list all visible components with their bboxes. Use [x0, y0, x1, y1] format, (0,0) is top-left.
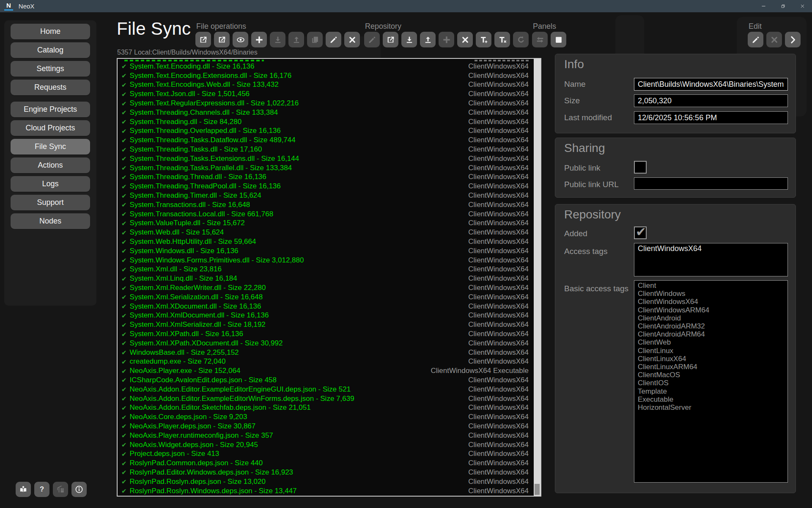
sidebar-item-actions[interactable]: Actions	[11, 157, 90, 173]
sidebar-item-file-sync[interactable]: File Sync	[11, 139, 90, 155]
info-button[interactable]	[71, 482, 87, 497]
file-row[interactable]: ✔WindowsBase.dll - Size 2,255,152ClientW…	[118, 348, 533, 357]
file-row[interactable]: ✔RoslynPad.Roslyn.deps.json - Size 13,02…	[118, 477, 533, 486]
sidebar-item-nodes[interactable]: Nodes	[11, 213, 90, 229]
file-row[interactable]: ✔NeoAxis.Widget.deps.json - Size 20,945C…	[118, 440, 533, 450]
eye-button[interactable]	[233, 32, 248, 47]
file-row[interactable]: ✔System.Xml.Linq.dll - Size 16,184Client…	[118, 274, 533, 283]
file-row[interactable]: ✔NeoAxis.Player.exe - Size 152,064Client…	[118, 366, 533, 375]
file-row[interactable]: ✔System.Threading.ThreadPool.dll - Size …	[118, 182, 533, 191]
pencil-button[interactable]	[748, 32, 763, 47]
file-name: NeoAxis.Player.deps.json - Size 30,867	[130, 422, 256, 431]
open-external-alt-button[interactable]	[214, 32, 230, 47]
sidebar-item-support[interactable]: Support	[11, 195, 90, 210]
public-link-url-input[interactable]	[634, 177, 788, 190]
upload-button[interactable]	[420, 32, 436, 47]
file-row[interactable]: ✔RoslynPad.Editor.Windows.deps.json - Si…	[118, 468, 533, 477]
file-name: Project.deps.json - Size 413	[130, 450, 219, 458]
file-row[interactable]: ✔NeoAxis.Player.runtimeconfig.json - Siz…	[118, 431, 533, 440]
file-row[interactable]: ✔System.Threading.Timer.dll - Size 15,62…	[118, 191, 533, 200]
file-row[interactable]: ✔System.Text.Json.dll - Size 1,501,456Cl…	[118, 89, 533, 99]
file-row[interactable]: ✔NeoAxis.Addon.Editor.Sketchfab.deps.jso…	[118, 403, 533, 412]
file-access-tag: ClientWindowsX64	[468, 468, 529, 477]
check-icon: ✔	[121, 248, 127, 254]
file-row[interactable]: ✔System.Xml.XmlSerializer.dll - Size 18,…	[118, 320, 533, 329]
book-reader-button[interactable]	[16, 482, 31, 497]
file-row[interactable]: ✔Project.deps.json - Size 413ClientWindo…	[118, 449, 533, 458]
file-row[interactable]: ✔System.Text.Encoding.dll - Size 16,136C…	[118, 62, 533, 71]
file-row[interactable]: ✔System.Xml.XPath.dll - Size 16,136Clien…	[118, 329, 533, 339]
file-row[interactable]: ✔System.Web.dll - Size 15,624ClientWindo…	[118, 228, 533, 237]
file-row[interactable]: ✔ICSharpCode.AvalonEdit.deps.json - Size…	[118, 375, 533, 385]
file-row[interactable]: ✔System.Xml.ReaderWriter.dll - Size 22,2…	[118, 283, 533, 293]
file-row[interactable]: ✔NeoAxis.Player.deps.json - Size 30,867C…	[118, 422, 533, 431]
last-modified-input[interactable]	[634, 111, 788, 124]
name-input[interactable]	[634, 78, 788, 91]
file-row[interactable]: ✔RoslynPad.Common.deps.json - Size 440Cl…	[118, 458, 533, 468]
sidebar-item-settings[interactable]: Settings	[11, 61, 90, 77]
file-row[interactable]: ✔RoslynPad.Roslyn.Windows.deps.json - Si…	[118, 486, 533, 496]
access-tags-field[interactable]: ClientWindowsX64	[634, 243, 788, 276]
file-row[interactable]: ✔NeoAxis.Core.deps.json - Size 9,203Clie…	[118, 412, 533, 422]
close-button[interactable]	[793, 0, 812, 12]
check-icon: ✔	[121, 414, 127, 420]
file-row[interactable]: ✔NeoAxis.Addon.Editor.ExampleEditorEngin…	[118, 385, 533, 394]
file-row[interactable]: ✔System.Text.RegularExpressions.dll - Si…	[118, 99, 533, 108]
x-button[interactable]	[457, 32, 473, 47]
file-row[interactable]: ✔System.Xml.XPath.XDocument.dll - Size 3…	[118, 339, 533, 348]
file-name: System.Windows.Forms.Primitives.dll - Si…	[130, 256, 304, 265]
x-button[interactable]	[344, 32, 360, 47]
file-row[interactable]: ✔System.Xml.Serialization.dll - Size 16,…	[118, 293, 533, 302]
file-row[interactable]: ✔System.Xml.XmlDocument.dll - Size 16,13…	[118, 311, 533, 320]
sidebar-item-cloud-projects[interactable]: Cloud Projects	[11, 120, 90, 136]
file-list-scrollbar[interactable]	[534, 59, 540, 496]
chevron-right-button[interactable]	[785, 32, 801, 47]
file-row[interactable]: ✔System.Threading.Channels.dll - Size 13…	[118, 108, 533, 117]
crane-button[interactable]	[53, 482, 68, 497]
basic-access-tags-label: Basic access tags	[564, 284, 628, 293]
file-row[interactable]: ✔System.Transactions.dll - Size 16,648Cl…	[118, 200, 533, 210]
file-row[interactable]: ✔createdump.exe - Size 72,040ClientWindo…	[118, 357, 533, 367]
t-x-button[interactable]	[494, 32, 510, 47]
square-button[interactable]	[551, 32, 566, 47]
file-row[interactable]: ✔System.Threading.Tasks.dll - Size 17,16…	[118, 145, 533, 154]
sidebar-item-engine-projects[interactable]: Engine Projects	[11, 102, 90, 117]
basic-access-tags-list[interactable]: ClientClientWindowsClientWindowsX64Clien…	[634, 280, 788, 483]
file-row[interactable]: ✔System.Xml.XDocument.dll - Size 16,136C…	[118, 302, 533, 311]
sidebar-item-logs[interactable]: Logs	[11, 176, 90, 192]
sidebar-item-catalog[interactable]: Catalog	[11, 42, 90, 58]
pencil-button[interactable]	[326, 32, 341, 47]
download-button[interactable]	[401, 32, 417, 47]
file-row[interactable]: ✔NeoAxis.Addon.Editor.ExampleEditorWinFo…	[118, 394, 533, 403]
minimize-button[interactable]	[754, 0, 773, 12]
restore-button[interactable]	[773, 0, 793, 12]
sidebar-item-home[interactable]: Home	[11, 24, 90, 39]
sidebar-item-requests[interactable]: Requests	[11, 80, 90, 95]
open-external-button[interactable]	[195, 32, 211, 47]
file-row[interactable]: ✔System.Threading.Overlapped.dll - Size …	[118, 127, 533, 136]
file-row[interactable]: ✔System.ValueTuple.dll - Size 15,672Clie…	[118, 219, 533, 228]
question-button[interactable]: ?	[34, 482, 49, 497]
file-name: RoslynPad.Roslyn.deps.json - Size 13,020	[130, 478, 266, 486]
scrollbar-thumb[interactable]	[535, 484, 540, 495]
public-link-checkbox[interactable]	[634, 161, 647, 174]
file-row[interactable]: ✔System.Windows.Forms.Primitives.dll - S…	[118, 256, 533, 265]
open-external-button[interactable]	[383, 32, 398, 47]
file-row[interactable]: ✔System.Text.Encodings.Web.dll - Size 13…	[118, 80, 533, 90]
file-row[interactable]: ✔System.Xml.dll - Size 23,816ClientWindo…	[118, 265, 533, 274]
file-row[interactable]: ✔System.Transactions.Local.dll - Size 66…	[118, 210, 533, 219]
file-name: System.Threading.Tasks.Parallel.dll - Si…	[130, 164, 292, 172]
t-plus-button[interactable]	[476, 32, 491, 47]
file-row[interactable]: ✔System.Text.Encoding.Extensions.dll - S…	[118, 71, 533, 80]
file-row[interactable]: ✔System.Windows.dll - Size 16,136ClientW…	[118, 246, 533, 256]
file-row[interactable]: ✔System.Web.HttpUtility.dll - Size 59,66…	[118, 237, 533, 246]
plus-button[interactable]	[251, 32, 267, 47]
file-row[interactable]: ✔System.Threading.dll - Size 84,280Clien…	[118, 117, 533, 127]
file-row[interactable]: ✔System.Threading.Thread.dll - Size 16,1…	[118, 173, 533, 182]
file-row[interactable]: ✔System.Threading.Tasks.Parallel.dll - S…	[118, 163, 533, 173]
file-row[interactable]: ✔System.Threading.Tasks.Dataflow.dll - S…	[118, 135, 533, 145]
sidebar-nav: HomeCatalogSettingsRequestsEngine Projec…	[4, 24, 96, 229]
added-checkbox[interactable]	[634, 226, 647, 239]
size-input[interactable]	[634, 94, 788, 107]
file-row[interactable]: ✔System.Threading.Tasks.Extensions.dll -…	[118, 154, 533, 163]
